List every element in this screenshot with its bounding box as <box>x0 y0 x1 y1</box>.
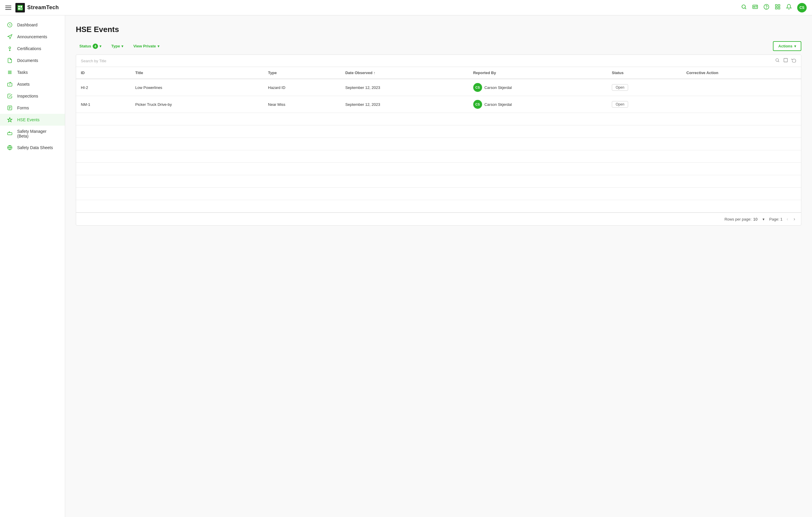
pagination-bar: Rows per page: 10 25 50 ▾ Page: 1 ‹ › <box>76 213 801 225</box>
svg-line-6 <box>745 8 746 9</box>
assets-icon <box>6 82 13 87</box>
cell-id: NM-1 <box>76 96 130 113</box>
sidebar-item-safety-data-sheets[interactable]: Safety Data Sheets <box>0 142 65 154</box>
avatar: CS <box>473 83 482 92</box>
prev-page-button[interactable]: ‹ <box>785 216 789 222</box>
hse-events-table: ID Title Type Date Observed ↑ Reported B… <box>76 67 801 213</box>
sort-asc-icon: ↑ <box>373 71 376 75</box>
cell-date-observed: September 12, 2023 <box>341 79 468 96</box>
svg-point-18 <box>9 47 11 49</box>
tasks-icon <box>6 70 13 75</box>
svg-point-5 <box>742 5 745 8</box>
table-row-empty <box>76 138 801 150</box>
view-private-filter-button[interactable]: View Private ▾ <box>130 42 163 50</box>
app-name: StreamTech <box>27 4 59 11</box>
svg-rect-15 <box>776 7 777 9</box>
table-card: ID Title Type Date Observed ↑ Reported B… <box>76 55 801 225</box>
cell-type: Near Miss <box>263 96 341 113</box>
sidebar-label-forms: Forms <box>17 106 29 110</box>
sidebar-label-assets: Assets <box>17 82 30 87</box>
col-header-date-observed[interactable]: Date Observed ↑ <box>341 67 468 79</box>
type-chevron-down-icon: ▾ <box>121 44 123 48</box>
cell-title: Picker Truck Drive-by <box>130 96 263 113</box>
status-badge: Open <box>612 84 628 91</box>
cell-corrective-action <box>682 96 801 113</box>
actions-label: Actions <box>778 44 792 48</box>
next-page-button[interactable]: › <box>792 216 796 222</box>
sidebar-label-tasks: Tasks <box>17 70 28 75</box>
actions-button[interactable]: Actions ▾ <box>773 41 801 51</box>
sidebar-label-safety-manager: Safety Manager (Beta) <box>17 129 58 138</box>
search-icon[interactable] <box>775 58 780 64</box>
table-row-empty <box>76 175 801 188</box>
cell-corrective-action <box>682 79 801 96</box>
sidebar: Dashboard Announcements Certifications D… <box>0 16 65 517</box>
help-icon[interactable] <box>763 4 770 11</box>
search-icon[interactable] <box>741 4 747 11</box>
table-row[interactable]: HI-2 Low Powerlines Hazard ID September … <box>76 79 801 96</box>
bell-icon[interactable] <box>786 4 792 11</box>
cell-type: Hazard ID <box>263 79 341 96</box>
sidebar-item-assets[interactable]: Assets <box>0 78 65 90</box>
cell-reported-by: CS Carson Skjerdal <box>468 96 607 113</box>
page-number: 1 <box>780 217 782 221</box>
refresh-icon[interactable] <box>791 58 796 64</box>
cell-title: Low Powerlines <box>130 79 263 96</box>
sidebar-item-safety-manager[interactable]: Safety Manager (Beta) <box>0 126 65 142</box>
svg-point-8 <box>754 6 755 7</box>
status-badge: Open <box>612 101 628 108</box>
table-row[interactable]: NM-1 Picker Truck Drive-by Near Miss Sep… <box>76 96 801 113</box>
hse-events-icon <box>6 117 13 123</box>
sidebar-label-dashboard: Dashboard <box>17 23 38 27</box>
forms-icon <box>6 105 13 111</box>
view-private-label: View Private <box>133 44 156 48</box>
user-avatar-top[interactable]: CS <box>797 3 807 12</box>
type-filter-label: Type <box>111 44 120 48</box>
col-header-title: Title <box>130 67 263 79</box>
logo-icon <box>16 3 25 12</box>
reported-by-name: Carson Skjerdal <box>485 102 512 107</box>
table-row-empty <box>76 188 801 200</box>
page-title: HSE Events <box>76 25 801 34</box>
svg-rect-2 <box>21 6 22 7</box>
certifications-icon <box>6 46 13 51</box>
cell-status: Open <box>607 79 682 96</box>
select-all-icon[interactable] <box>783 58 788 64</box>
sidebar-item-tasks[interactable]: Tasks <box>0 66 65 78</box>
sidebar-label-inspections: Inspections <box>17 94 38 99</box>
sidebar-item-inspections[interactable]: Inspections <box>0 90 65 102</box>
table-row-empty <box>76 200 801 213</box>
svg-rect-13 <box>776 5 777 6</box>
search-bar-icons <box>775 58 796 64</box>
col-header-id: ID <box>76 67 130 79</box>
avatar: CS <box>473 100 482 109</box>
rows-per-page: Rows per page: 10 25 50 ▾ <box>724 217 764 221</box>
rows-per-page-chevron-icon: ▾ <box>762 217 764 221</box>
hamburger-menu-button[interactable] <box>5 6 11 10</box>
status-filter-button[interactable]: Status 4 ▾ <box>76 42 105 51</box>
cell-date-observed: September 12, 2023 <box>341 96 468 113</box>
actions-chevron-down-icon: ▾ <box>794 44 796 48</box>
rows-per-page-label: Rows per page: <box>724 217 751 221</box>
page-label: Page: 1 <box>770 217 783 221</box>
svg-rect-28 <box>784 58 787 62</box>
type-filter-button[interactable]: Type ▾ <box>108 42 127 50</box>
sidebar-item-hse-events[interactable]: HSE Events <box>0 114 65 126</box>
status-chevron-down-icon: ▾ <box>99 44 101 48</box>
search-input[interactable] <box>81 59 772 63</box>
id-card-icon[interactable] <box>752 4 758 11</box>
table-row-empty <box>76 126 801 138</box>
safety-manager-icon <box>6 131 13 136</box>
inspections-icon <box>6 93 13 99</box>
sidebar-item-forms[interactable]: Forms <box>0 102 65 114</box>
sidebar-item-documents[interactable]: Documents <box>0 55 65 66</box>
grid-icon[interactable] <box>775 4 781 11</box>
table-row-empty <box>76 150 801 163</box>
rows-select-wrap: 10 25 50 ▾ <box>753 217 764 221</box>
svg-rect-14 <box>778 5 780 6</box>
table-header-row: ID Title Type Date Observed ↑ Reported B… <box>76 67 801 79</box>
rows-per-page-select[interactable]: 10 25 50 <box>753 217 762 221</box>
sidebar-item-certifications[interactable]: Certifications <box>0 43 65 55</box>
sidebar-item-dashboard[interactable]: Dashboard <box>0 19 65 31</box>
sidebar-item-announcements[interactable]: Announcements <box>0 31 65 43</box>
